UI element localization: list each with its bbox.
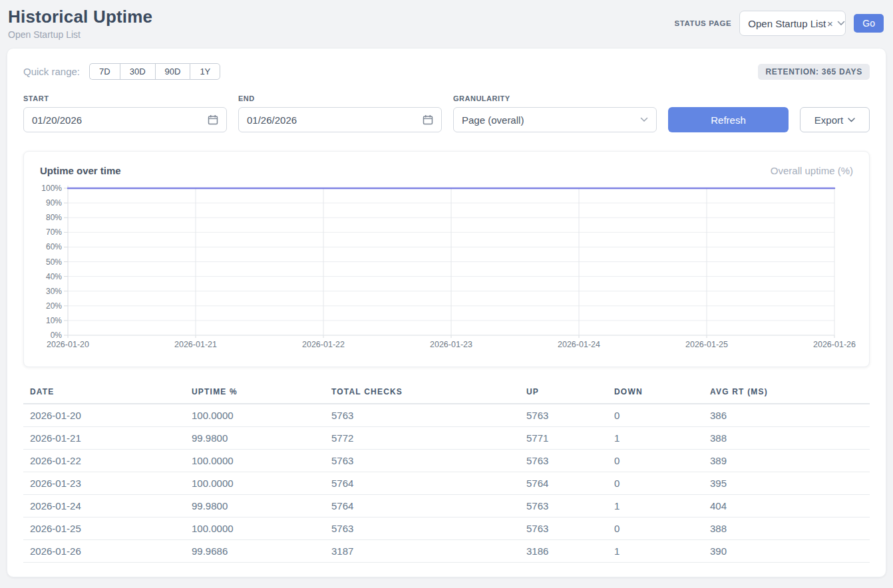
chevron-down-icon bbox=[640, 117, 648, 122]
table-cell: 2026-01-20 bbox=[23, 404, 185, 427]
start-date-value: 01/20/2026 bbox=[32, 114, 82, 126]
table-row: 2026-01-2499.9800576457631404 bbox=[23, 495, 870, 517]
y-axis-tick-label: 80% bbox=[46, 213, 62, 222]
table-header: DATEUPTIME %TOTAL CHECKSUPDOWNAVG RT (MS… bbox=[23, 382, 870, 404]
page-title: Historical Uptime bbox=[8, 7, 152, 27]
granularity-field: GRANULARITY Page (overall) bbox=[453, 94, 657, 132]
status-page-label: STATUS PAGE bbox=[674, 19, 731, 27]
column-header: AVG RT (MS) bbox=[703, 382, 870, 404]
table-cell: 5771 bbox=[520, 427, 608, 450]
uptime-line-chart: 0%10%20%30%40%50%60%70%80%90%100%2026-01… bbox=[40, 183, 858, 357]
title-block: Historical Uptime Open Startup List bbox=[8, 7, 152, 40]
y-axis-tick-label: 30% bbox=[46, 287, 62, 296]
x-axis-tick-label: 2026-01-22 bbox=[302, 340, 345, 349]
retention-badge: RETENTION: 365 DAYS bbox=[758, 64, 870, 80]
table-cell: 0 bbox=[608, 450, 703, 472]
table-cell: 100.0000 bbox=[185, 517, 325, 540]
table-cell: 2026-01-24 bbox=[23, 495, 185, 517]
y-axis-tick-label: 70% bbox=[46, 227, 62, 237]
table-cell: 2026-01-21 bbox=[23, 427, 185, 450]
header-controls: STATUS PAGE Open Startup List × Go bbox=[674, 11, 884, 36]
table-cell: 389 bbox=[703, 450, 870, 472]
quick-range-group: 7D30D90D1Y bbox=[89, 63, 220, 80]
x-axis-tick-label: 2026-01-20 bbox=[47, 340, 89, 349]
end-date-value: 01/26/2026 bbox=[247, 114, 297, 126]
x-axis-tick-label: 2026-01-23 bbox=[430, 340, 472, 349]
main-card: Quick range: 7D30D90D1Y RETENTION: 365 D… bbox=[7, 48, 886, 577]
table-cell: 5763 bbox=[325, 404, 520, 427]
column-header: UP bbox=[520, 382, 608, 404]
table-cell: 100.0000 bbox=[185, 404, 325, 427]
go-button[interactable]: Go bbox=[854, 14, 884, 33]
table-cell: 2026-01-22 bbox=[23, 450, 185, 472]
x-axis-tick-label: 2026-01-24 bbox=[558, 340, 600, 349]
status-page-selected-value: Open Startup List bbox=[748, 18, 826, 29]
table-cell: 100.0000 bbox=[185, 450, 325, 472]
calendar-icon[interactable] bbox=[423, 114, 433, 125]
export-button[interactable]: Export bbox=[800, 107, 870, 132]
start-date-input[interactable]: 01/20/2026 bbox=[23, 107, 227, 132]
y-axis-tick-label: 10% bbox=[46, 316, 62, 325]
chart-title: Uptime over time bbox=[40, 165, 121, 176]
table-row: 2026-01-23100.0000576457640395 bbox=[23, 472, 870, 495]
y-axis-tick-label: 0% bbox=[51, 331, 63, 340]
table-cell: 99.9800 bbox=[185, 427, 325, 450]
table-cell: 388 bbox=[703, 517, 870, 540]
table-cell: 1 bbox=[608, 495, 703, 517]
table-cell: 395 bbox=[703, 472, 870, 495]
table-cell: 5763 bbox=[325, 450, 520, 472]
granularity-label: GRANULARITY bbox=[453, 94, 657, 102]
column-header: TOTAL CHECKS bbox=[325, 382, 520, 404]
table-cell: 100.0000 bbox=[185, 472, 325, 495]
x-axis-tick-label: 2026-01-21 bbox=[174, 340, 217, 349]
table-cell: 99.9800 bbox=[185, 495, 325, 517]
x-axis-tick-label: 2026-01-25 bbox=[685, 340, 728, 349]
page-subtitle: Open Startup List bbox=[8, 29, 152, 40]
x-axis-tick-label: 2026-01-26 bbox=[813, 340, 856, 349]
quick-range-row: Quick range: 7D30D90D1Y RETENTION: 365 D… bbox=[23, 63, 870, 80]
table-cell: 99.9686 bbox=[185, 540, 325, 563]
table-cell: 0 bbox=[608, 404, 703, 427]
chevron-down-icon bbox=[837, 21, 845, 26]
column-header: DOWN bbox=[608, 382, 703, 404]
status-page-select[interactable]: Open Startup List × bbox=[739, 11, 846, 36]
clear-icon[interactable]: × bbox=[827, 18, 833, 29]
table-cell: 404 bbox=[703, 495, 870, 517]
table-row: 2026-01-20100.0000576357630386 bbox=[23, 404, 870, 427]
table-cell: 3186 bbox=[520, 540, 608, 563]
granularity-selected-value: Page (overall) bbox=[462, 114, 524, 126]
filter-row: START 01/20/2026 END 01/26/2026 GRANULAR… bbox=[23, 94, 870, 132]
chevron-down-icon bbox=[848, 118, 855, 122]
table-cell: 388 bbox=[703, 427, 870, 450]
refresh-button[interactable]: Refresh bbox=[668, 107, 789, 132]
table-cell: 5763 bbox=[520, 404, 608, 427]
table-cell: 386 bbox=[703, 404, 870, 427]
quick-range-label: Quick range: bbox=[23, 66, 80, 77]
y-axis-tick-label: 50% bbox=[46, 257, 62, 267]
y-axis-tick-label: 20% bbox=[46, 301, 62, 311]
table-cell: 5763 bbox=[520, 495, 608, 517]
quick-range-90d[interactable]: 90D bbox=[155, 63, 190, 80]
table-cell: 5763 bbox=[520, 517, 608, 540]
quick-range-7d[interactable]: 7D bbox=[89, 63, 120, 80]
table-cell: 5764 bbox=[325, 472, 520, 495]
column-header: DATE bbox=[23, 382, 185, 404]
table-cell: 0 bbox=[608, 472, 703, 495]
y-axis-tick-label: 60% bbox=[46, 242, 62, 251]
quick-range-30d[interactable]: 30D bbox=[120, 63, 155, 80]
end-date-input[interactable]: 01/26/2026 bbox=[238, 107, 442, 132]
quick-range-1y[interactable]: 1Y bbox=[190, 63, 220, 80]
table-cell: 5763 bbox=[325, 517, 520, 540]
table-cell: 5764 bbox=[520, 472, 608, 495]
y-axis-tick-label: 100% bbox=[41, 184, 62, 193]
granularity-select[interactable]: Page (overall) bbox=[453, 107, 657, 132]
export-button-label: Export bbox=[814, 114, 843, 126]
page-header: Historical Uptime Open Startup List STAT… bbox=[0, 0, 893, 47]
column-header: UPTIME % bbox=[185, 382, 325, 404]
table-row: 2026-01-22100.0000576357630389 bbox=[23, 450, 870, 472]
table-body: 2026-01-20100.00005763576303862026-01-21… bbox=[23, 404, 870, 563]
chart-header: Uptime over time Overall uptime (%) bbox=[40, 165, 853, 176]
y-axis-tick-label: 40% bbox=[46, 272, 62, 281]
calendar-icon[interactable] bbox=[208, 114, 218, 125]
table-cell: 2026-01-23 bbox=[23, 472, 185, 495]
